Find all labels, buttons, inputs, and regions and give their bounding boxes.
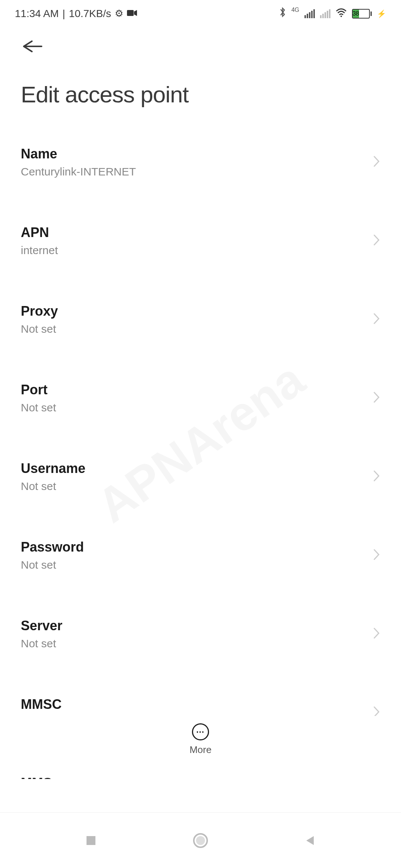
camera-icon <box>127 8 137 19</box>
setting-label: Name <box>21 146 136 162</box>
signal-bars-1 <box>304 9 315 18</box>
setting-value: Not set <box>21 480 85 493</box>
battery-icon: 38 <box>352 9 372 19</box>
nav-recent-button[interactable] <box>84 834 98 847</box>
setting-label: MMSC <box>21 697 62 712</box>
more-label: More <box>189 744 211 756</box>
setting-label: Username <box>21 461 85 476</box>
setting-row-port[interactable]: Port Not set <box>0 369 401 427</box>
chevron-right-icon <box>373 627 380 641</box>
back-button[interactable] <box>21 39 380 55</box>
more-button[interactable]: ⋯ More <box>189 723 211 756</box>
setting-value: Centurylink-INTERNET <box>21 165 136 178</box>
bluetooth-icon <box>279 7 286 20</box>
battery-percent: 38 <box>353 10 359 18</box>
setting-row-mms-proxy[interactable]: MMS proxy Not set <box>0 763 401 779</box>
svg-rect-0 <box>127 10 134 16</box>
setting-row-name[interactable]: Name Centurylink-INTERNET <box>0 134 401 191</box>
setting-row-proxy[interactable]: Proxy Not set <box>0 291 401 348</box>
setting-row-server[interactable]: Server Not set <box>0 605 401 662</box>
setting-label: APN <box>21 225 58 240</box>
setting-label: Proxy <box>21 303 58 319</box>
status-bar: 11:34 AM | 10.7KB/s ⚙ 4G <box>0 0 401 24</box>
setting-label: Server <box>21 618 62 634</box>
chevron-right-icon <box>373 312 380 326</box>
chevron-right-icon <box>373 234 380 248</box>
chevron-right-icon <box>373 470 380 484</box>
navigation-bar <box>0 812 401 868</box>
chevron-right-icon <box>373 548 380 562</box>
nav-home-button[interactable] <box>192 832 209 849</box>
setting-value: Not set <box>21 323 58 335</box>
charging-icon: ⚡ <box>377 9 386 18</box>
svg-rect-2 <box>87 836 95 845</box>
setting-value: internet <box>21 244 58 257</box>
setting-value: Not set <box>21 401 56 414</box>
wifi-icon <box>336 8 347 20</box>
gear-icon: ⚙ <box>115 8 123 19</box>
setting-label: MMS proxy <box>21 775 92 779</box>
status-separator: | <box>62 8 65 20</box>
network-type: 4G <box>291 7 299 13</box>
nav-back-button[interactable] <box>303 834 317 847</box>
chevron-right-icon <box>373 391 380 405</box>
signal-bars-2 <box>320 9 330 18</box>
setting-row-username[interactable]: Username Not set <box>0 448 401 505</box>
setting-value: Not set <box>21 559 84 571</box>
setting-row-apn[interactable]: APN internet <box>0 212 401 269</box>
svg-point-4 <box>196 836 205 845</box>
chevron-right-icon <box>373 155 380 169</box>
setting-row-password[interactable]: Password Not set <box>0 527 401 584</box>
setting-label: Password <box>21 539 84 555</box>
more-icon: ⋯ <box>192 723 209 740</box>
settings-list: Name Centurylink-INTERNET APN internet P… <box>0 115 401 779</box>
svg-point-1 <box>340 16 342 17</box>
page-title: Edit access point <box>21 81 380 108</box>
status-speed: 10.7KB/s <box>69 8 111 20</box>
setting-value: Not set <box>21 637 62 650</box>
status-time: 11:34 AM <box>15 8 59 20</box>
setting-label: Port <box>21 382 56 398</box>
